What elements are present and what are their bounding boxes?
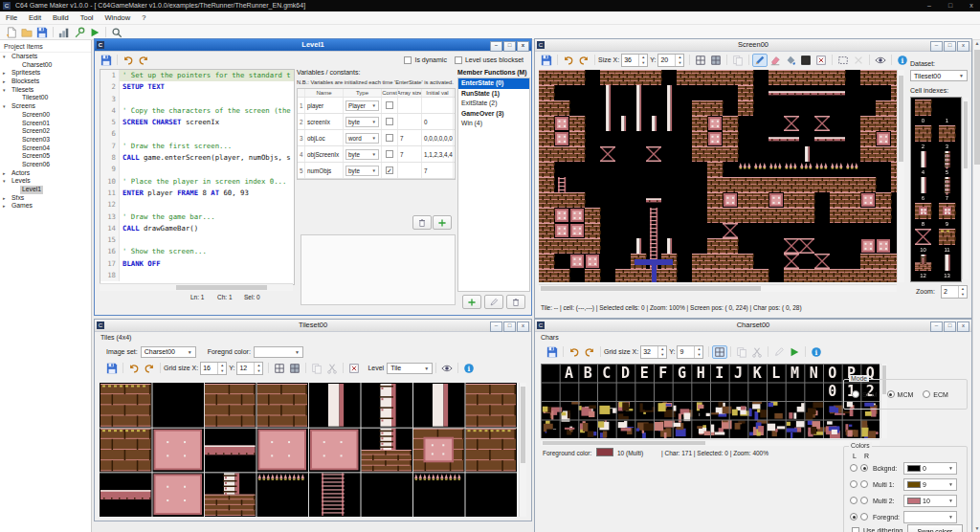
redo-icon[interactable] bbox=[582, 345, 597, 359]
variables-table[interactable]: NameTypeConstArray sizeInitial val1playe… bbox=[297, 88, 456, 180]
tree-item-blocksets[interactable]: ▸Blocksets bbox=[0, 78, 91, 86]
cell-index-palette[interactable] bbox=[910, 97, 962, 282]
code-line[interactable]: 18 bbox=[100, 270, 294, 281]
right-color-radio[interactable] bbox=[860, 464, 868, 472]
collapse-icon[interactable]: ▾ bbox=[3, 86, 6, 95]
function-item[interactable]: ExitState (2) bbox=[458, 99, 529, 109]
maximize-icon[interactable]: □ bbox=[503, 41, 516, 52]
code-line[interactable]: 14CALL drawGameBar() bbox=[100, 223, 294, 234]
code-line[interactable]: 12 bbox=[100, 199, 294, 211]
code-line[interactable]: 5SCREEN CHARSET screenIx bbox=[100, 117, 294, 128]
new-project-icon[interactable] bbox=[4, 26, 19, 39]
palette-vscrollbar[interactable] bbox=[962, 98, 969, 279]
code-line[interactable]: 6 bbox=[100, 128, 294, 140]
use-dithering-checkbox[interactable] bbox=[852, 527, 859, 532]
color-dropdown[interactable]: ▼ bbox=[903, 511, 957, 523]
run-icon[interactable] bbox=[87, 26, 102, 39]
uses-blockset-checkbox[interactable] bbox=[455, 56, 462, 64]
maximize-icon[interactable]: □ bbox=[944, 41, 956, 52]
tree-item-games[interactable]: ▸Games bbox=[0, 202, 91, 211]
grid-icon[interactable] bbox=[272, 362, 287, 375]
foreground-color-swatch[interactable] bbox=[596, 448, 613, 456]
right-color-radio[interactable] bbox=[860, 497, 868, 504]
undo-icon[interactable] bbox=[567, 345, 582, 359]
function-item[interactable]: GameOver (3) bbox=[458, 109, 529, 120]
tree-item-screen01[interactable]: Screen01 bbox=[0, 120, 91, 128]
cut-icon[interactable] bbox=[749, 345, 765, 359]
minimize-icon[interactable]: – bbox=[490, 321, 502, 332]
image-set-dropdown[interactable]: Charset00▼ bbox=[141, 346, 196, 358]
code-line[interactable]: 7' Draw the first screen... bbox=[100, 141, 294, 152]
open-project-icon[interactable] bbox=[19, 26, 34, 39]
function-add-button[interactable] bbox=[462, 295, 481, 309]
code-editor[interactable]: 1' Set up the pointers for the standard … bbox=[100, 69, 295, 285]
variable-row-screenIx[interactable]: 2screenIxbyte▼0 bbox=[298, 114, 455, 130]
charset-hscrollbar[interactable] bbox=[541, 439, 880, 446]
variable-add-button[interactable] bbox=[433, 215, 452, 230]
expand-icon[interactable]: ▸ bbox=[3, 202, 6, 211]
foregnd-color-dropdown[interactable]: ▼ bbox=[254, 346, 303, 358]
info-icon[interactable]: i bbox=[461, 362, 477, 375]
tree-item-charset00[interactable]: Charset00 bbox=[0, 61, 91, 70]
tileset-vscrollbar[interactable] bbox=[519, 383, 526, 517]
tileset-canvas[interactable] bbox=[100, 383, 517, 517]
tree-item-level1[interactable]: Level1 bbox=[0, 186, 91, 194]
color-dropdown[interactable]: 10▼ bbox=[903, 495, 957, 507]
minimize-icon[interactable]: – bbox=[930, 321, 943, 332]
close-icon[interactable]: x bbox=[957, 321, 969, 332]
color-dropdown[interactable]: 0▼ bbox=[903, 462, 957, 475]
cut-icon[interactable] bbox=[324, 362, 340, 375]
dataset-dropdown[interactable]: Tileset00▼ bbox=[910, 70, 968, 81]
swap-colors-button[interactable]: Swap colors bbox=[907, 524, 963, 532]
save-icon[interactable] bbox=[104, 362, 120, 375]
code-line[interactable]: 16' Show the screen... bbox=[100, 246, 294, 257]
tree-item-sfxs[interactable]: ▸Sfxs bbox=[0, 194, 91, 203]
type-dropdown[interactable]: byte▼ bbox=[345, 117, 379, 127]
tree-item-screen00[interactable]: Screen00 bbox=[0, 111, 91, 120]
type-dropdown[interactable]: byte▼ bbox=[345, 166, 379, 176]
scroll-up-icon[interactable]: ▲ bbox=[973, 40, 980, 47]
tree-item-tileset00[interactable]: Tileset00 bbox=[0, 94, 91, 102]
app-minimize-button[interactable]: – bbox=[921, 0, 938, 11]
undo-icon[interactable] bbox=[561, 54, 576, 67]
collapse-icon[interactable]: ▾ bbox=[3, 177, 6, 186]
tree-item-levels[interactable]: ▾Levels bbox=[0, 177, 91, 186]
expand-icon[interactable]: ▸ bbox=[3, 78, 6, 86]
size-y-stepper[interactable]: 20▲▼ bbox=[657, 54, 684, 67]
const-checkbox[interactable] bbox=[386, 150, 393, 158]
tree-item-tilesets[interactable]: ▾Tilesets bbox=[0, 86, 91, 95]
menu-item-edit[interactable]: Edit bbox=[23, 11, 47, 24]
tree-item-screens[interactable]: ▾Screens bbox=[0, 102, 91, 111]
type-dropdown[interactable]: Player▼ bbox=[345, 100, 379, 111]
expand-icon[interactable]: ▸ bbox=[3, 169, 6, 178]
save-icon[interactable] bbox=[539, 54, 554, 67]
grid-icon[interactable] bbox=[712, 345, 727, 359]
left-color-radio[interactable] bbox=[850, 513, 858, 521]
close-icon[interactable]: x bbox=[957, 41, 969, 52]
undo-icon[interactable] bbox=[121, 54, 136, 67]
select-rect-icon[interactable] bbox=[835, 54, 851, 67]
type-dropdown[interactable]: word▼ bbox=[345, 133, 379, 144]
copy-icon[interactable] bbox=[730, 54, 746, 67]
member-functions-list[interactable]: EnterState (0)RunState (1)ExitState (2)G… bbox=[457, 78, 530, 292]
tree-item-charsets[interactable]: ▾Charsets bbox=[0, 53, 91, 61]
redo-icon[interactable] bbox=[576, 54, 591, 67]
map-hscrollbar[interactable] bbox=[539, 284, 897, 292]
function-item[interactable]: RunState (1) bbox=[458, 89, 529, 100]
code-line[interactable]: 2SETUP TEXT bbox=[100, 81, 294, 93]
build-icon[interactable] bbox=[56, 26, 72, 39]
is-dynamic-checkbox[interactable] bbox=[404, 56, 412, 64]
expand-icon[interactable]: ▸ bbox=[3, 69, 6, 78]
grid-y-stepper[interactable]: 12▲▼ bbox=[236, 362, 263, 375]
const-checkbox[interactable] bbox=[386, 134, 393, 142]
copy-icon[interactable] bbox=[734, 345, 749, 359]
maximize-icon[interactable]: □ bbox=[503, 321, 516, 332]
grid-filled-icon[interactable] bbox=[287, 362, 302, 375]
code-line[interactable]: 15 bbox=[100, 234, 294, 246]
code-line[interactable]: 3 bbox=[100, 94, 294, 105]
grid-x-stepper[interactable]: 32▲▼ bbox=[640, 345, 667, 359]
screen00-titlebar[interactable]: C Screen00 – □ x bbox=[535, 39, 971, 52]
tileset00-titlebar[interactable]: C Tileset00 – □ x bbox=[95, 320, 531, 332]
menu-item-window[interactable]: Window bbox=[99, 11, 136, 24]
tree-item-screen03[interactable]: Screen03 bbox=[0, 136, 91, 144]
